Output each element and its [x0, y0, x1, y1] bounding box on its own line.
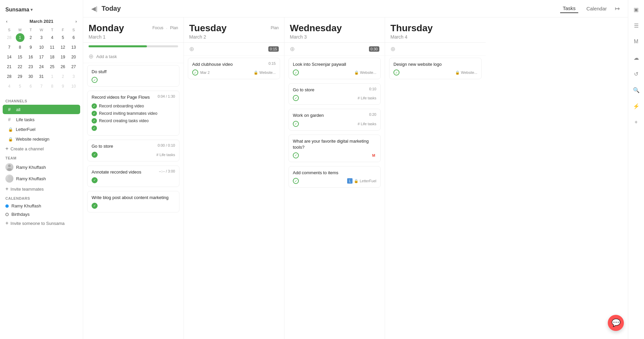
task-design-logo[interactable]: Design new website logo ✓ 🔒 Website...: [389, 58, 482, 79]
cal-day[interactable]: 2: [26, 33, 35, 42]
sidebar-item-website-redesign[interactable]: 🔒 Website redesign: [3, 135, 80, 144]
sidebar-item-all[interactable]: # all: [3, 105, 80, 114]
task-go-to-store-check[interactable]: ✓: [92, 152, 98, 158]
cal-day[interactable]: 6: [26, 82, 35, 91]
monday-add-task[interactable]: ⊕ Add a task: [83, 50, 183, 63]
cal-day[interactable]: 31: [37, 72, 46, 81]
tab-calendar[interactable]: Calendar: [584, 4, 609, 13]
tuesday-header: Tuesday March 2 Plan: [184, 17, 284, 43]
cal-day[interactable]: 15: [16, 53, 24, 61]
task-go-to-store-wed[interactable]: Go to store 0:10 ✓ # Life tasks: [288, 83, 381, 105]
tab-tasks[interactable]: Tasks: [560, 4, 578, 13]
monday-date: March 1: [89, 34, 124, 40]
task-do-stuff-check[interactable]: ✓: [92, 77, 98, 83]
cal-day[interactable]: 29: [16, 72, 24, 81]
cal-day[interactable]: 7: [37, 82, 46, 91]
cal-day[interactable]: 23: [26, 62, 35, 71]
task-screenjar-check[interactable]: ✓: [293, 69, 299, 76]
lightning-icon[interactable]: ⚡: [631, 101, 642, 111]
thursday-add-task[interactable]: ⊕: [385, 43, 486, 56]
sidebar-item-letterfuel[interactable]: 🔒 LetterFuel: [3, 125, 80, 134]
task-design-logo-check[interactable]: ✓: [393, 69, 399, 76]
cal-day[interactable]: 6: [69, 33, 78, 42]
search-icon[interactable]: 🔍: [631, 85, 642, 95]
add-icon[interactable]: +: [631, 117, 642, 128]
cal-day[interactable]: 25: [48, 62, 57, 71]
cal-day[interactable]: 14: [5, 53, 14, 61]
cal-day[interactable]: 19: [59, 53, 67, 61]
cal-day[interactable]: 13: [69, 43, 78, 52]
cal-day[interactable]: 9: [26, 43, 35, 52]
sidebar-toggle-icon[interactable]: ▣: [631, 4, 642, 15]
cal-day[interactable]: 5: [59, 33, 67, 42]
cal-day[interactable]: 8: [16, 43, 24, 52]
task-annotate-videos[interactable]: Annotate recorded videos --:-- / 3:00 ✓: [87, 165, 179, 187]
task-add-comments[interactable]: Add comments to items ✓ L 🔒 LetterFuel: [288, 166, 381, 188]
cal-day[interactable]: 3: [69, 72, 78, 81]
cal-next-month[interactable]: ›: [73, 18, 79, 25]
menu-icon[interactable]: ☰: [631, 20, 642, 31]
nav-back-button[interactable]: ◀|: [91, 5, 98, 12]
cal-day[interactable]: 8: [48, 82, 57, 91]
chat-bubble-button[interactable]: 💬: [608, 315, 624, 331]
task-go-to-store-wed-check[interactable]: ✓: [293, 95, 299, 101]
app-menu-chevron[interactable]: ▾: [31, 7, 33, 12]
wednesday-add-task[interactable]: ⊕ 0:30: [284, 43, 385, 56]
cal-day[interactable]: 27: [69, 62, 78, 71]
task-blog-post[interactable]: Write blog post about content marketing …: [87, 191, 179, 212]
sidebar-item-letterfuel-label: LetterFuel: [16, 127, 36, 132]
cal-day[interactable]: 10: [69, 82, 78, 91]
task-annotate-videos-check[interactable]: ✓: [92, 177, 98, 183]
task-blog-post-check[interactable]: ✓: [92, 203, 98, 209]
app-logo[interactable]: Sunsama ▾: [0, 4, 83, 18]
cal-day[interactable]: 26: [59, 62, 67, 71]
cal-day[interactable]: 21: [5, 62, 14, 71]
cal-day[interactable]: 7: [5, 43, 14, 52]
task-record-videos[interactable]: Record videos for Page Flows 0:04 / 1:30…: [87, 91, 179, 136]
task-go-to-store-mon[interactable]: Go to store 0:00 / 0:10 ✓ # Life tasks: [87, 140, 179, 161]
cal-day[interactable]: 11: [48, 43, 57, 52]
task-add-comments-check[interactable]: ✓: [293, 178, 299, 184]
cal-day[interactable]: 10: [37, 43, 46, 52]
task-add-comments-footer: ✓ L 🔒 LetterFuel: [293, 178, 376, 184]
task-clubhouse-video[interactable]: Add clubhouse video 0:15 ✓ Mar 2 🔒 Websi…: [188, 58, 280, 79]
cal-day[interactable]: 24: [37, 62, 46, 71]
cal-day[interactable]: 17: [37, 53, 46, 61]
mail-icon[interactable]: M: [631, 36, 642, 47]
cal-day[interactable]: 30: [26, 72, 35, 81]
task-work-on-garden-check[interactable]: ✓: [293, 121, 299, 127]
task-do-stuff[interactable]: Do stuff ✓: [87, 65, 179, 87]
cal-day[interactable]: 20: [69, 53, 78, 61]
cal-day[interactable]: 5: [16, 82, 24, 91]
refresh-icon[interactable]: ↺: [631, 68, 642, 79]
cal-day[interactable]: 22: [16, 62, 24, 71]
cal-day[interactable]: 18: [48, 53, 57, 61]
tuesday-add-task[interactable]: ⊕ 0:15: [184, 43, 284, 56]
cal-day[interactable]: 2: [59, 72, 67, 81]
cal-day[interactable]: 1: [48, 72, 57, 81]
cal-day[interactable]: 28: [5, 33, 14, 42]
cal-day[interactable]: 9: [59, 82, 67, 91]
tuesday-plan-btn[interactable]: Plan: [271, 26, 279, 30]
cal-day[interactable]: 16: [26, 53, 35, 61]
task-digital-marketing[interactable]: What are your favorite digital marketing…: [288, 135, 381, 162]
cal-day[interactable]: 3: [37, 33, 46, 42]
cal-day[interactable]: 12: [59, 43, 67, 52]
cal-day[interactable]: 28: [5, 72, 14, 81]
task-digital-marketing-check[interactable]: ✓: [293, 152, 299, 158]
task-work-on-garden[interactable]: Work on garden 0:20 ✓ # Life tasks: [288, 109, 381, 130]
cal-day-today[interactable]: 1: [16, 33, 24, 42]
create-channel-button[interactable]: + Create a channel: [0, 144, 83, 153]
cal-prev-month[interactable]: ‹: [4, 18, 9, 25]
task-screenjar[interactable]: Look into Screenjar paywall ✓ 🔒 Website.…: [288, 58, 381, 79]
cloud-icon[interactable]: ☁: [631, 52, 642, 63]
cal-day[interactable]: 4: [48, 33, 57, 42]
task-clubhouse-check[interactable]: ✓: [192, 69, 198, 76]
collapse-icon[interactable]: ↦: [615, 5, 620, 12]
sidebar-item-life-tasks[interactable]: # Life tasks: [3, 115, 80, 124]
monday-plan-btn[interactable]: Plan: [170, 26, 178, 31]
invite-teammates-button[interactable]: + Invite teammates: [0, 184, 83, 194]
monday-focus-btn[interactable]: Focus: [152, 26, 163, 31]
cal-day[interactable]: 4: [5, 82, 14, 91]
invite-sunsama-button[interactable]: + Invite someone to Sunsama: [0, 219, 83, 228]
